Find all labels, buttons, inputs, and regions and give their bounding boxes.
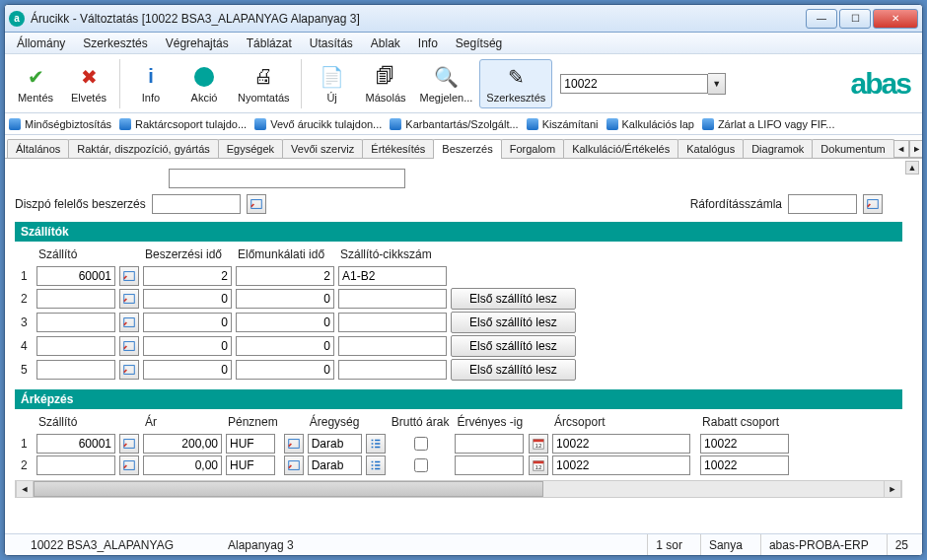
supplier-itemno-input[interactable] <box>338 313 447 332</box>
tab-egysegek[interactable]: Egységek <box>218 139 283 158</box>
p-supplier-lookup[interactable] <box>119 434 139 454</box>
scroll-up-button[interactable]: ▲ <box>905 161 919 175</box>
menu-info[interactable]: Info <box>410 35 446 52</box>
gross-checkbox[interactable] <box>414 437 428 451</box>
currency-lookup[interactable] <box>284 455 304 475</box>
calendar-button[interactable]: 12 <box>529 434 548 454</box>
edit-button[interactable]: ✎Szerkesztés <box>479 59 552 108</box>
calendar-button[interactable]: 12 <box>529 455 548 475</box>
menu-vegrehajtas[interactable]: Végrehajtás <box>158 35 237 52</box>
rabatt-input[interactable] <box>700 434 789 454</box>
horizontal-scrollbar[interactable]: ◄ ► <box>15 480 902 498</box>
supplier-lookup[interactable] <box>119 360 139 380</box>
supplier-input[interactable] <box>36 289 115 309</box>
tab-vevo-szerviz[interactable]: Vevői szerviz <box>282 139 363 158</box>
gross-checkbox[interactable] <box>414 458 428 472</box>
menu-tablazat[interactable]: Táblázat <box>239 35 300 52</box>
dispo-lookup[interactable] <box>247 194 266 214</box>
valid-until-input[interactable] <box>455 455 524 475</box>
p-supplier-lookup[interactable] <box>119 455 139 475</box>
procurement-time-input[interactable] <box>143 336 232 356</box>
tab-dokumentum[interactable]: Dokumentum <box>812 139 893 158</box>
supplier-input[interactable] <box>36 360 115 380</box>
expense-lookup[interactable] <box>863 194 883 214</box>
make-first-supplier-button[interactable]: Első szállító lesz <box>451 359 576 381</box>
supplier-itemno-input[interactable] <box>338 360 447 380</box>
quick-vevo-arucikk[interactable]: Vevő árucikk tulajdon... <box>254 118 382 130</box>
procurement-time-input[interactable] <box>143 360 232 380</box>
top-field[interactable] <box>169 169 405 188</box>
valid-until-input[interactable] <box>455 434 524 454</box>
tab-kalkulacio[interactable]: Kalkuláció/Értékelés <box>563 139 678 158</box>
menu-allomany[interactable]: Állomány <box>9 35 73 52</box>
rabatt-input[interactable] <box>700 455 789 475</box>
tab-scroll-right[interactable]: ► <box>909 140 923 158</box>
pricegroup-input[interactable] <box>552 434 690 454</box>
make-first-supplier-button[interactable]: Első szállító lesz <box>451 335 576 357</box>
price-unit-input[interactable] <box>308 455 362 475</box>
chevron-down-icon[interactable]: ▼ <box>708 73 726 95</box>
save-button[interactable]: ✔Mentés <box>9 59 62 108</box>
tab-altalanos[interactable]: Általános <box>7 139 69 158</box>
price-input[interactable] <box>143 455 222 475</box>
supplier-lookup[interactable] <box>119 289 139 309</box>
hscroll-left[interactable]: ◄ <box>16 481 34 497</box>
prep-time-input[interactable] <box>236 336 334 356</box>
price-unit-input[interactable] <box>308 434 362 454</box>
tab-beszerzes[interactable]: Beszerzés <box>433 139 501 159</box>
quick-karbantartas[interactable]: Karbantartás/Szolgált... <box>390 118 518 130</box>
currency-input[interactable] <box>226 455 275 475</box>
hscroll-thumb[interactable] <box>34 481 543 497</box>
tab-forgalom[interactable]: Forgalom <box>501 139 564 158</box>
make-first-supplier-button[interactable]: Első szállító lesz <box>451 288 576 310</box>
supplier-itemno-input[interactable] <box>338 289 447 309</box>
quick-kiszamitani[interactable]: Kiszámítani <box>527 118 599 130</box>
currency-lookup[interactable] <box>284 434 304 454</box>
prep-time-input[interactable] <box>236 313 334 332</box>
minimize-button[interactable]: — <box>806 9 837 29</box>
tab-katalogus[interactable]: Katalógus <box>677 139 744 158</box>
tab-scroll-left[interactable]: ◄ <box>893 140 909 158</box>
view-button[interactable]: 🔍Megjelen... <box>413 59 480 108</box>
p-supplier-input[interactable] <box>36 455 115 475</box>
procurement-time-input[interactable] <box>143 289 232 309</box>
expense-input[interactable] <box>788 194 857 214</box>
new-button[interactable]: 📄Új <box>306 59 359 108</box>
close-button[interactable]: ✕ <box>873 9 918 29</box>
prep-time-input[interactable] <box>236 289 334 309</box>
dispo-input[interactable] <box>152 194 241 214</box>
supplier-lookup[interactable] <box>119 313 139 332</box>
maximize-button[interactable]: ☐ <box>839 9 871 29</box>
id-combo-input[interactable] <box>560 74 708 94</box>
supplier-input[interactable] <box>36 266 115 286</box>
supplier-input[interactable] <box>36 336 115 356</box>
supplier-lookup[interactable] <box>119 336 139 356</box>
menu-ablak[interactable]: Ablak <box>363 35 408 52</box>
copy-button[interactable]: 🗐Másolás <box>359 59 413 108</box>
quick-minosegbiztositas[interactable]: Minőségbiztosítás <box>9 118 111 130</box>
menu-szerkesztes[interactable]: Szerkesztés <box>75 35 155 52</box>
menu-segitseg[interactable]: Segítség <box>448 35 510 52</box>
unit-list[interactable] <box>366 434 386 454</box>
supplier-input[interactable] <box>36 313 115 332</box>
prep-time-input[interactable] <box>236 266 334 286</box>
info-button[interactable]: iInfo <box>124 59 178 108</box>
quick-raktarcsoport[interactable]: Raktárcsoport tulajdo... <box>119 118 247 130</box>
discard-button[interactable]: ✖Elvetés <box>62 59 115 108</box>
price-input[interactable] <box>143 434 222 454</box>
procurement-time-input[interactable] <box>143 266 232 286</box>
tab-ertekesites[interactable]: Értékesítés <box>362 139 434 158</box>
quick-zarlat-lifo[interactable]: Zárlat a LIFO vagy FIF... <box>702 118 835 130</box>
prep-time-input[interactable] <box>236 360 334 380</box>
procurement-time-input[interactable] <box>143 313 232 332</box>
print-button[interactable]: 🖨Nyomtatás <box>231 59 297 108</box>
supplier-itemno-input[interactable] <box>338 266 447 286</box>
id-combo[interactable]: ▼ <box>560 73 726 95</box>
currency-input[interactable] <box>226 434 275 454</box>
p-supplier-input[interactable] <box>36 434 115 454</box>
unit-list[interactable] <box>366 455 386 475</box>
action-button[interactable]: Akció <box>178 59 231 108</box>
tab-diagramok[interactable]: Diagramok <box>743 139 813 158</box>
pricegroup-input[interactable] <box>552 455 690 475</box>
supplier-lookup[interactable] <box>119 266 139 286</box>
